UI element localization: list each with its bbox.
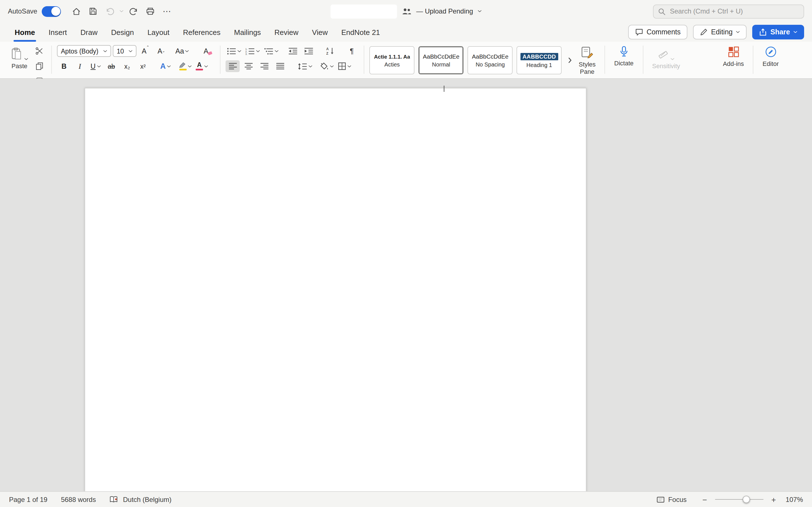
share-button[interactable]: Share	[753, 25, 804, 40]
superscript-button[interactable]: x²	[136, 60, 150, 72]
upload-status-chevron-icon[interactable]	[477, 10, 481, 12]
upload-status[interactable]: — Upload Pending	[416, 7, 473, 15]
document-area[interactable]	[0, 79, 812, 491]
document-page[interactable]	[85, 88, 587, 491]
bold-button[interactable]: B	[57, 60, 71, 72]
tab-mailings[interactable]: Mailings	[227, 22, 267, 42]
clear-formatting-button[interactable]: A	[201, 45, 215, 57]
paste-label: Paste	[11, 62, 28, 69]
numbering-button[interactable]: 1.2.3.	[245, 45, 261, 57]
multilevel-list-button[interactable]	[263, 45, 280, 57]
search-input[interactable]	[669, 7, 799, 16]
justify-button[interactable]	[273, 60, 287, 72]
font-color-chevron-icon	[204, 65, 208, 67]
language-indicator[interactable]: Dutch (Belgium)	[123, 496, 171, 503]
strikethrough-button[interactable]: ab	[104, 60, 118, 72]
more-styles-button[interactable]	[566, 46, 575, 74]
style-card-acties[interactable]: Actie 1.1.1. Aa Acties	[370, 46, 415, 74]
sensitivity-button[interactable]: Sensitivity	[648, 43, 684, 78]
align-right-button[interactable]	[257, 60, 271, 72]
sensitivity-label: Sensitivity	[652, 62, 680, 69]
paste-button[interactable]: Paste	[7, 43, 32, 78]
titlebar-right	[653, 4, 804, 18]
zoom-level[interactable]: 107%	[784, 496, 803, 503]
word-count[interactable]: 5688 words	[61, 496, 96, 503]
shrink-font-button[interactable]: Aˇ	[154, 45, 168, 57]
tab-insert[interactable]: Insert	[42, 22, 73, 42]
autosave-toggle[interactable]	[42, 6, 61, 17]
home-button[interactable]	[69, 4, 84, 18]
show-formatting-marks-button[interactable]: ¶	[345, 45, 359, 57]
cut-button[interactable]	[32, 45, 46, 57]
document-title-field[interactable]	[331, 4, 397, 18]
save-button[interactable]	[86, 4, 100, 18]
sort-button[interactable]: AZ	[323, 45, 338, 57]
bullets-button[interactable]	[226, 45, 243, 57]
italic-button[interactable]: I	[73, 60, 87, 72]
redo-button[interactable]	[126, 4, 140, 18]
editing-mode-button[interactable]: Editing	[693, 25, 747, 40]
more-commands-button[interactable]: ⋯	[160, 4, 174, 18]
grow-font-icon: A	[142, 47, 147, 55]
tab-layout[interactable]: Layout	[141, 22, 176, 42]
focus-toggle[interactable]: Focus	[656, 496, 687, 503]
font-color-button[interactable]: A	[195, 60, 209, 72]
tab-draw[interactable]: Draw	[73, 22, 104, 42]
focus-label: Focus	[668, 496, 687, 503]
zoom-slider-knob[interactable]	[743, 496, 750, 503]
style-card-normal[interactable]: AaBbCcDdEe Normal	[419, 46, 464, 74]
search-box[interactable]	[653, 4, 804, 18]
line-spacing-button[interactable]	[297, 60, 314, 72]
bold-icon: B	[61, 62, 66, 70]
tab-home[interactable]: Home	[8, 22, 42, 42]
increase-indent-button[interactable]	[302, 45, 316, 57]
font-size-select[interactable]: 10	[113, 45, 137, 57]
style-card-no-spacing[interactable]: AaBbCcDdEe No Spacing	[468, 46, 513, 74]
bullets-icon	[227, 47, 237, 55]
decrease-indent-button[interactable]	[286, 45, 300, 57]
eraser-icon	[208, 51, 213, 55]
zoom-in-button[interactable]: +	[770, 495, 777, 504]
highlight-color-button[interactable]	[177, 60, 193, 72]
share-chevron-icon	[794, 31, 797, 33]
align-left-button[interactable]	[226, 60, 240, 72]
microphone-icon	[619, 46, 629, 57]
proofing-status-button[interactable]	[109, 496, 118, 503]
font-color-icon: A	[196, 62, 203, 70]
comments-button[interactable]: Comments	[628, 25, 688, 40]
tab-view[interactable]: View	[305, 22, 335, 42]
editor-button[interactable]: Editor	[759, 43, 783, 78]
zoom-slider[interactable]	[715, 495, 763, 504]
font-name-select[interactable]: Aptos (Body)	[57, 45, 111, 57]
print-button[interactable]	[143, 4, 157, 18]
borders-button[interactable]	[337, 60, 353, 72]
page-indicator[interactable]: Page 1 of 19	[9, 496, 47, 503]
undo-group	[103, 4, 123, 18]
group-separator	[753, 46, 754, 74]
undo-menu-chevron-icon[interactable]	[119, 10, 123, 12]
style-card-heading1[interactable]: AABBCCDD Heading 1	[517, 46, 562, 74]
grow-font-button[interactable]: Aˆ	[138, 45, 152, 57]
zoom-slider-track[interactable]	[715, 499, 763, 500]
undo-icon	[105, 7, 115, 15]
addins-button[interactable]: Add-ins	[719, 43, 748, 78]
undo-button[interactable]	[103, 4, 117, 18]
subscript-button[interactable]: x₂	[120, 60, 134, 72]
paste-icon-wrap	[11, 46, 28, 60]
align-center-button[interactable]	[242, 60, 256, 72]
styles-pane-button[interactable]: Styles Pane	[575, 43, 600, 78]
editor-icon	[764, 46, 777, 58]
subscript-icon: x₂	[124, 63, 130, 69]
underline-button[interactable]: U	[89, 60, 103, 72]
tab-endnote[interactable]: EndNote 21	[335, 22, 387, 42]
change-case-button[interactable]: Aa	[174, 45, 190, 57]
text-effects-button[interactable]: A	[158, 60, 172, 72]
tab-design[interactable]: Design	[104, 22, 141, 42]
tab-references[interactable]: References	[176, 22, 227, 42]
copy-button[interactable]	[32, 60, 46, 72]
tab-review[interactable]: Review	[267, 22, 305, 42]
dictate-button[interactable]: Dictate	[610, 43, 638, 78]
borders-icon	[338, 62, 347, 70]
zoom-out-button[interactable]: −	[701, 495, 708, 504]
shading-button[interactable]	[319, 60, 335, 72]
